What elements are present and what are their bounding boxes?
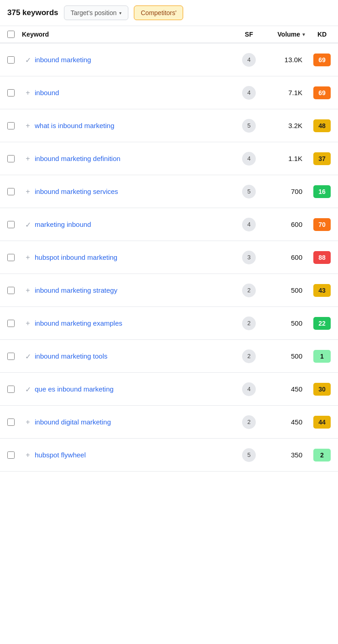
row-checkbox[interactable] bbox=[7, 451, 15, 459]
row-checkbox-cell[interactable] bbox=[0, 221, 22, 228]
sf-badge: 5 bbox=[242, 185, 256, 199]
kd-badge: 69 bbox=[313, 54, 331, 66]
sf-cell: 2 bbox=[233, 415, 265, 429]
header-sf: SF bbox=[233, 31, 265, 38]
row-checkbox[interactable] bbox=[7, 353, 15, 360]
row-checkbox-cell[interactable] bbox=[0, 254, 22, 261]
keyword-link[interactable]: marketing inbound bbox=[35, 220, 91, 229]
volume-cell: 500 bbox=[265, 352, 306, 360]
row-checkbox[interactable] bbox=[7, 419, 15, 426]
header-checkbox-cell[interactable] bbox=[0, 31, 22, 38]
kd-badge: 2 bbox=[313, 449, 331, 462]
volume-cell: 13.0K bbox=[265, 56, 306, 64]
target-position-label: Target's position bbox=[71, 9, 117, 16]
row-checkbox[interactable] bbox=[7, 287, 15, 294]
row-checkbox-cell[interactable] bbox=[0, 122, 22, 129]
keyword-link[interactable]: inbound marketing examples bbox=[35, 318, 122, 328]
keyword-link[interactable]: inbound marketing strategy bbox=[35, 285, 117, 295]
kd-cell: 88 bbox=[306, 251, 338, 264]
volume-cell: 600 bbox=[265, 253, 306, 261]
sf-badge: 4 bbox=[242, 382, 256, 396]
sort-arrow-icon: ▼ bbox=[301, 32, 306, 37]
sf-badge: 2 bbox=[242, 349, 256, 363]
row-checkbox-cell[interactable] bbox=[0, 188, 22, 195]
plus-icon[interactable]: + bbox=[24, 253, 32, 262]
competitors-button[interactable]: Competitors' bbox=[134, 5, 183, 20]
row-checkbox[interactable] bbox=[7, 221, 15, 228]
sf-cell: 4 bbox=[233, 86, 265, 100]
keyword-link[interactable]: hubspot flywheel bbox=[35, 450, 86, 460]
keyword-link[interactable]: inbound marketing tools bbox=[35, 351, 107, 361]
keyword-cell: + inbound marketing definition bbox=[22, 154, 233, 163]
top-bar: 375 keywords Target's position ▾ Competi… bbox=[0, 0, 338, 26]
row-checkbox-cell[interactable] bbox=[0, 287, 22, 294]
row-checkbox[interactable] bbox=[7, 188, 15, 195]
keyword-link[interactable]: inbound marketing definition bbox=[35, 154, 121, 163]
row-checkbox[interactable] bbox=[7, 320, 15, 327]
table-row: + inbound digital marketing 2 450 44 bbox=[0, 406, 338, 439]
sf-cell: 2 bbox=[233, 349, 265, 363]
keyword-cell: ✓ que es inbound marketing bbox=[22, 384, 233, 394]
check-icon[interactable]: ✓ bbox=[24, 385, 32, 394]
kd-cell: 37 bbox=[306, 152, 338, 165]
row-checkbox-cell[interactable] bbox=[0, 451, 22, 459]
row-checkbox-cell[interactable] bbox=[0, 320, 22, 327]
kd-cell: 69 bbox=[306, 54, 338, 66]
header-volume: Volume ▼ bbox=[265, 31, 306, 38]
row-checkbox[interactable] bbox=[7, 386, 15, 393]
sf-badge: 2 bbox=[242, 284, 256, 297]
kd-cell: 43 bbox=[306, 284, 338, 297]
plus-icon[interactable]: + bbox=[24, 319, 32, 327]
row-checkbox[interactable] bbox=[7, 254, 15, 261]
keyword-link[interactable]: inbound bbox=[35, 88, 59, 97]
check-icon[interactable]: ✓ bbox=[24, 352, 32, 361]
kd-badge: 43 bbox=[313, 284, 331, 297]
kd-badge: 88 bbox=[313, 251, 331, 264]
sf-badge: 5 bbox=[242, 448, 256, 462]
row-checkbox-cell[interactable] bbox=[0, 155, 22, 162]
row-checkbox-cell[interactable] bbox=[0, 56, 22, 64]
row-checkbox-cell[interactable] bbox=[0, 353, 22, 360]
plus-icon[interactable]: + bbox=[24, 155, 32, 163]
check-icon[interactable]: ✓ bbox=[24, 56, 32, 64]
select-all-checkbox[interactable] bbox=[7, 31, 15, 38]
kd-cell: 30 bbox=[306, 383, 338, 396]
sf-cell: 4 bbox=[233, 53, 265, 67]
row-checkbox-cell[interactable] bbox=[0, 89, 22, 97]
row-checkbox[interactable] bbox=[7, 89, 15, 97]
keyword-link[interactable]: inbound digital marketing bbox=[35, 417, 111, 427]
volume-cell: 700 bbox=[265, 188, 306, 195]
table-row: ✓ marketing inbound 4 600 70 bbox=[0, 208, 338, 241]
plus-icon[interactable]: + bbox=[24, 122, 32, 130]
kd-cell: 70 bbox=[306, 218, 338, 231]
plus-icon[interactable]: + bbox=[24, 89, 32, 97]
keyword-cell: ✓ inbound marketing bbox=[22, 55, 233, 64]
row-checkbox-cell[interactable] bbox=[0, 419, 22, 426]
keyword-link[interactable]: que es inbound marketing bbox=[35, 384, 114, 394]
keyword-link[interactable]: hubspot inbound marketing bbox=[35, 252, 117, 262]
row-checkbox[interactable] bbox=[7, 155, 15, 162]
table-row: + hubspot inbound marketing 3 600 88 bbox=[0, 241, 338, 274]
target-position-button[interactable]: Target's position ▾ bbox=[64, 5, 129, 20]
keyword-link[interactable]: inbound marketing services bbox=[35, 187, 118, 196]
table-row: + inbound 4 7.1K 69 bbox=[0, 76, 338, 109]
row-checkbox-cell[interactable] bbox=[0, 386, 22, 393]
row-checkbox[interactable] bbox=[7, 122, 15, 129]
sf-badge: 2 bbox=[242, 415, 256, 429]
kd-cell: 1 bbox=[306, 350, 338, 363]
kd-badge: 48 bbox=[313, 119, 331, 132]
plus-icon[interactable]: + bbox=[24, 286, 32, 295]
plus-icon[interactable]: + bbox=[24, 418, 32, 426]
plus-icon[interactable]: + bbox=[24, 451, 32, 459]
plus-icon[interactable]: + bbox=[24, 188, 32, 196]
keyword-link[interactable]: what is inbound marketing bbox=[35, 121, 114, 130]
sf-cell: 5 bbox=[233, 119, 265, 133]
sf-cell: 5 bbox=[233, 185, 265, 199]
check-icon[interactable]: ✓ bbox=[24, 220, 32, 229]
kd-badge: 44 bbox=[313, 416, 331, 429]
row-checkbox[interactable] bbox=[7, 56, 15, 64]
keywords-count: 375 keywords bbox=[7, 8, 58, 17]
kd-badge: 1 bbox=[313, 350, 331, 363]
volume-cell: 450 bbox=[265, 418, 306, 426]
keyword-link[interactable]: inbound marketing bbox=[35, 55, 91, 64]
